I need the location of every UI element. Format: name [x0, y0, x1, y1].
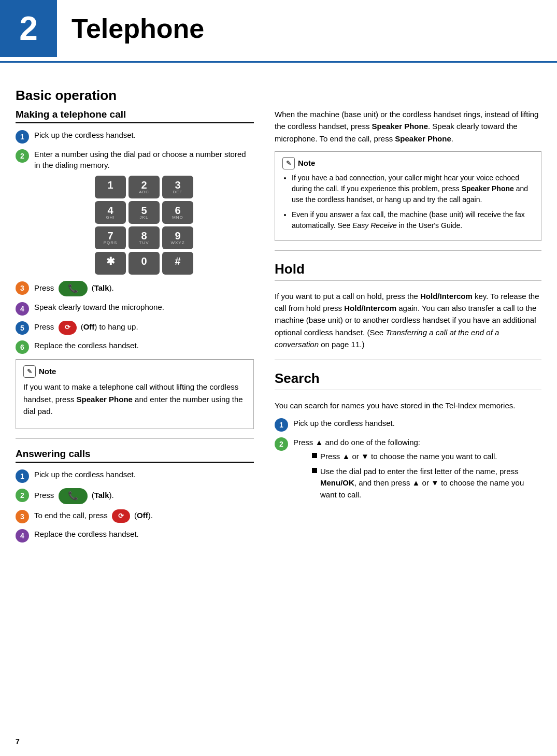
- step-text-5: Press ⟳ (Off) to hang up.: [34, 321, 254, 334]
- off-button-icon: ⟳: [59, 321, 77, 334]
- step-text-2: Enter a number using the dial pad or cho…: [34, 149, 254, 170]
- step-circle-4: 4: [16, 302, 29, 316]
- note-title: ✎ Note: [23, 365, 246, 378]
- dialpad-key-8: 8TUV: [128, 226, 160, 249]
- right-note-title: ✎ Note: [282, 157, 534, 169]
- talk-button-icon: [59, 281, 88, 296]
- search-divider-2: [275, 390, 541, 390]
- search-bullet-text-2: Use the dial pad to enter the first lett…: [320, 466, 541, 501]
- step-item: 6 Replace the cordless handset.: [16, 340, 254, 354]
- step-item: 1 Pick up the cordless handset.: [16, 130, 254, 144]
- step-circle-1: 1: [16, 130, 29, 144]
- chapter-title: Telephone: [72, 13, 204, 44]
- hold-divider-2: [275, 280, 541, 281]
- search-heading: Search: [275, 370, 541, 387]
- dialpad-key-4: 4GHI: [95, 201, 126, 224]
- dialpad-key-hash: #: [162, 252, 193, 275]
- step-item: 2 Press ▲ and do one of the following: P…: [275, 437, 541, 504]
- ans-step-text-3: To end the call, press ⟳ (Off).: [34, 509, 254, 523]
- step-item: 1 Pick up the cordless handset.: [275, 418, 541, 432]
- hold-divider: [275, 250, 541, 251]
- step-item: 2 Enter a number using the dial pad or c…: [16, 149, 254, 170]
- talk-button-icon-2: [59, 488, 88, 504]
- page-header: 2 Telephone: [0, 0, 557, 63]
- making-call-heading: Making a telephone call: [16, 109, 254, 123]
- ans-step-text-1: Pick up the cordless handset.: [34, 469, 254, 480]
- ans-step-circle-4: 4: [16, 529, 29, 543]
- ans-step-circle-2: 2: [16, 489, 29, 502]
- off-button-icon-2: ⟳: [112, 509, 130, 523]
- dialpad-key-1: 1: [95, 176, 126, 198]
- dialpad-key-5: 5JKL: [128, 201, 160, 224]
- dialpad: 1 2ABC 3DEF 4GHI 5JKL 6MNO 7PQRS 8TUV 9W…: [95, 176, 193, 275]
- step-item: 4 Replace the cordless handset.: [16, 529, 254, 543]
- right-note-item-2: Even if you answer a fax call, the machi…: [292, 209, 534, 231]
- step-item: 3 To end the call, press ⟳ (Off).: [16, 509, 254, 523]
- dialpad-key-9: 9WXYZ: [162, 226, 193, 249]
- content-area: Basic operation Making a telephone call …: [0, 77, 557, 548]
- ans-step-text-2: Press (Talk).: [34, 488, 254, 504]
- step-text-3: Press (Talk).: [34, 281, 254, 296]
- search-step-circle-2: 2: [275, 437, 288, 451]
- right-note-item-1: If you have a bad connection, your calle…: [292, 173, 534, 205]
- search-sub-list: Press ▲ or ▼ to choose the name you want…: [312, 451, 541, 501]
- search-step-text-2: Press ▲ and do one of the following: Pre…: [293, 437, 541, 504]
- hold-text: If you want to put a call on hold, press…: [275, 290, 541, 350]
- dialpad-key-3: 3DEF: [162, 176, 193, 198]
- dialpad-key-2: 2ABC: [128, 176, 160, 198]
- right-column: When the machine (base unit) or the cord…: [269, 77, 541, 548]
- search-bullet-2: Use the dial pad to enter the first lett…: [312, 466, 541, 501]
- making-call-note: ✎ Note If you want to make a telephone c…: [16, 359, 254, 429]
- dialpad-key-6: 6MNO: [162, 201, 193, 224]
- ans-step-circle-3: 3: [16, 510, 29, 523]
- ans-step-circle-1: 1: [16, 469, 29, 483]
- speaker-phone-text: When the machine (base unit) or the cord…: [275, 108, 541, 145]
- left-column: Basic operation Making a telephone call …: [16, 77, 269, 548]
- bullet-icon: [312, 453, 317, 458]
- right-note-icon: ✎: [282, 157, 295, 169]
- step-text-6: Replace the cordless handset.: [34, 340, 254, 351]
- chapter-number: 2: [0, 0, 57, 57]
- step-text-4: Speak clearly toward the microphone.: [34, 302, 254, 312]
- step-text-1: Pick up the cordless handset.: [34, 130, 254, 140]
- search-divider: [275, 360, 541, 360]
- section-title: Basic operation: [16, 88, 254, 104]
- step-circle-2: 2: [16, 149, 29, 163]
- bullet-icon-2: [312, 468, 317, 473]
- page-number: 7: [16, 737, 20, 746]
- step-circle-6: 6: [16, 340, 29, 354]
- step-item: 3 Press (Talk).: [16, 281, 254, 296]
- search-bullet-1: Press ▲ or ▼ to choose the name you want…: [312, 451, 541, 463]
- note-icon: ✎: [23, 365, 36, 378]
- dialpad-key-7: 7PQRS: [95, 226, 126, 249]
- dialpad-key-star: ✱: [95, 252, 126, 275]
- note-body: If you want to make a telephone call wit…: [23, 381, 246, 417]
- step-circle-3: 3: [16, 281, 29, 295]
- search-step-text-1: Pick up the cordless handset.: [293, 418, 541, 429]
- hold-heading: Hold: [275, 261, 541, 277]
- ans-step-text-4: Replace the cordless handset.: [34, 529, 254, 539]
- search-step-circle-1: 1: [275, 418, 288, 432]
- answering-calls-heading: Answering calls: [16, 448, 254, 463]
- right-note-list: If you have a bad connection, your calle…: [282, 173, 534, 231]
- speaker-phone-section: When the machine (base unit) or the cord…: [275, 108, 541, 145]
- step-circle-5: 5: [16, 321, 29, 335]
- dialpad-container: 1 2ABC 3DEF 4GHI 5JKL 6MNO 7PQRS 8TUV 9W…: [34, 176, 254, 275]
- step-item: 5 Press ⟳ (Off) to hang up.: [16, 321, 254, 335]
- search-bullet-text-1: Press ▲ or ▼ to choose the name you want…: [320, 451, 497, 463]
- step-item: 2 Press (Talk).: [16, 488, 254, 504]
- step-item: 4 Speak clearly toward the microphone.: [16, 302, 254, 316]
- section-divider: [16, 438, 254, 439]
- step-item: 1 Pick up the cordless handset.: [16, 469, 254, 483]
- right-note-box: ✎ Note If you have a bad connection, you…: [275, 151, 541, 241]
- dialpad-key-0: 0: [128, 252, 160, 275]
- search-intro: You can search for names you have stored…: [275, 400, 541, 411]
